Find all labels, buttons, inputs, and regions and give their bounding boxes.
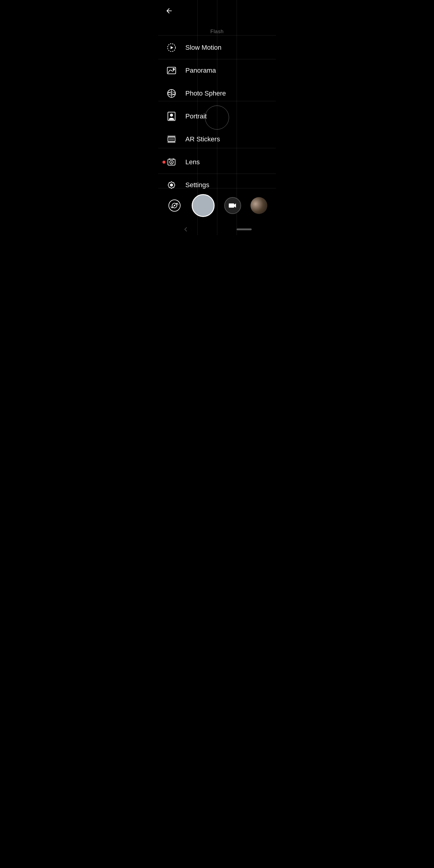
menu-item-lens[interactable]: Lens — [158, 151, 276, 174]
menu-item-slow-motion[interactable]: Slow Motion — [158, 36, 276, 59]
camera-controls — [158, 194, 276, 217]
portrait-icon-container — [165, 110, 178, 123]
svg-rect-11 — [169, 138, 174, 141]
photosphere-icon-container — [165, 87, 178, 100]
menu-item-photo-sphere[interactable]: Photo Sphere — [158, 82, 276, 105]
camera-mode-menu: Slow Motion Panorama Photo Sphere — [158, 36, 276, 196]
lens-notification-dot — [162, 161, 165, 164]
portrait-icon — [167, 112, 176, 121]
flip-camera-button[interactable] — [167, 198, 182, 213]
menu-item-portrait[interactable]: Portrait — [158, 105, 276, 128]
svg-rect-12 — [167, 135, 176, 137]
slow-motion-label: Slow Motion — [185, 44, 221, 52]
menu-item-settings[interactable]: Settings — [158, 174, 276, 196]
ar-stickers-icon — [167, 135, 176, 144]
panorama-icon — [167, 66, 176, 75]
svg-rect-17 — [169, 158, 170, 160]
nav-back-button[interactable] — [182, 226, 189, 233]
svg-point-21 — [174, 205, 176, 207]
nav-back-icon — [182, 226, 189, 233]
lens-icon — [167, 158, 176, 166]
slow-motion-icon-container — [165, 41, 178, 54]
settings-icon — [167, 181, 176, 189]
photosphere-icon — [167, 89, 176, 98]
settings-label: Settings — [185, 181, 210, 189]
home-indicator[interactable] — [237, 228, 252, 230]
svg-rect-13 — [167, 142, 176, 143]
video-button[interactable] — [224, 197, 241, 214]
navigation-bar — [158, 226, 276, 233]
flip-camera-icon — [168, 199, 181, 212]
menu-item-ar-stickers[interactable]: AR Stickers — [158, 128, 276, 151]
video-camera-icon — [229, 202, 237, 210]
divider-above-panorama — [158, 59, 276, 59]
grid-line-h1 — [158, 35, 276, 36]
settings-icon-container — [165, 179, 178, 192]
divider-above-settings — [158, 174, 276, 174]
lens-icon-container — [165, 156, 178, 169]
slow-motion-icon — [167, 43, 176, 52]
back-arrow-icon — [165, 7, 173, 15]
svg-point-16 — [171, 161, 172, 163]
gallery-thumbnail — [250, 197, 267, 214]
lens-label: Lens — [185, 158, 200, 166]
back-button[interactable] — [164, 5, 175, 16]
panorama-icon-container — [165, 64, 178, 77]
svg-rect-18 — [173, 158, 174, 160]
svg-point-19 — [170, 184, 173, 186]
svg-point-3 — [173, 68, 175, 70]
panorama-label: Panorama — [185, 67, 216, 74]
shutter-button[interactable] — [192, 194, 215, 217]
flash-label: Flash — [210, 29, 224, 35]
ar-stickers-label: AR Stickers — [185, 135, 220, 143]
gallery-button[interactable] — [250, 197, 267, 214]
ar-stickers-icon-container — [165, 133, 178, 146]
photo-sphere-label: Photo Sphere — [185, 90, 226, 97]
portrait-label: Portrait — [185, 113, 207, 120]
menu-item-panorama[interactable]: Panorama — [158, 59, 276, 82]
svg-point-8 — [170, 114, 173, 117]
svg-marker-1 — [170, 46, 173, 49]
